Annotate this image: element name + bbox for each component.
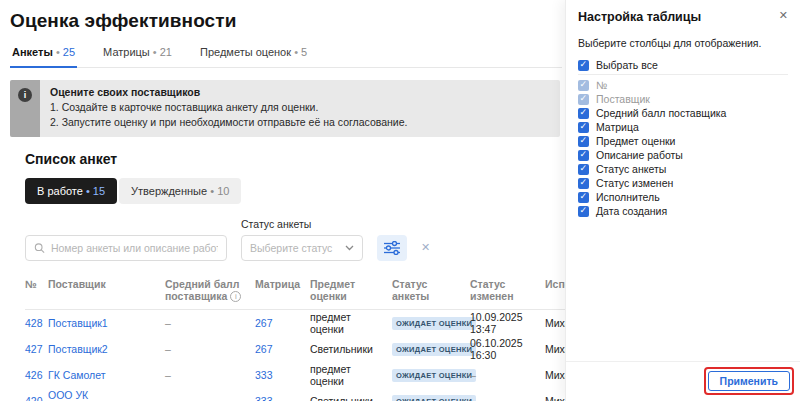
subject-value: Светильники [310, 395, 392, 401]
status-changed-value: 10.09.2025 13:47 [470, 311, 545, 335]
anketa-number-link[interactable]: 427 [25, 343, 48, 355]
tab-label: Предметы оценок [200, 46, 291, 58]
checkbox-label: Дата создания [596, 205, 667, 217]
info-banner-strip: i [10, 80, 40, 137]
checkbox-avg-score[interactable]: Средний балл поставщика [578, 106, 788, 120]
avg-score-value: – [165, 317, 255, 329]
supplier-link[interactable]: Поставщик2 [48, 343, 165, 355]
checkbox-work-description[interactable]: Описание работы [578, 148, 788, 162]
segment-count: 15 [86, 185, 105, 197]
table-header-row: № Поставщик Средний балл поставщикаi Мат… [25, 278, 655, 310]
anketa-number-link[interactable]: 426 [25, 369, 48, 381]
tab-matricy[interactable]: Матрицы 21 [101, 46, 174, 67]
status-cell: ОЖИДАЕТ ОЦЕНКИ [392, 342, 470, 356]
filter-settings-button[interactable] [377, 235, 407, 261]
sliders-icon [384, 241, 400, 255]
tab-predmety-ocenok[interactable]: Предметы оценок 5 [198, 46, 309, 67]
table-row: 428 Поставщик1 – 267 предмет оценки ОЖИД… [25, 310, 655, 336]
checkbox-num[interactable]: № [578, 78, 788, 92]
checkbox-label: Статус анкеты [596, 163, 666, 175]
segment-approved[interactable]: Утвержденные 10 [119, 178, 241, 204]
status-select[interactable]: Выберите статус [241, 235, 363, 261]
table-row: 427 Поставщик2 – 267 Светильники ОЖИДАЕТ… [25, 336, 655, 362]
checkbox-icon [578, 164, 589, 175]
checkbox-icon [578, 122, 589, 133]
checkbox-matrix[interactable]: Матрица [578, 120, 788, 134]
status-badge: ОЖИДАЕТ ОЦЕНКИ [392, 395, 476, 401]
tab-ankety[interactable]: Анкеты 25 [10, 46, 77, 67]
header-avg-score-label: Средний балл поставщика [165, 278, 239, 302]
checkbox-icon [578, 136, 589, 147]
apply-button[interactable]: Применить [708, 371, 790, 391]
status-badge: ОЖИДАЕТ ОЦЕНКИ [392, 369, 476, 382]
clear-filters-icon[interactable]: ✕ [421, 241, 430, 254]
segment-label: В работе [37, 185, 83, 197]
anketa-table: № Поставщик Средний балл поставщикаi Мат… [25, 278, 655, 401]
search-input[interactable] [51, 242, 218, 254]
checkbox-icon [578, 192, 589, 203]
column-checkbox-list: Выбрать все № Поставщик Средний балл пос… [578, 58, 788, 218]
checkbox-label: Предмет оценки [596, 135, 675, 147]
checkbox-status[interactable]: Статус анкеты [578, 162, 788, 176]
segment-in-work[interactable]: В работе 15 [25, 178, 117, 204]
header-status-changed: Статус изменен [470, 278, 545, 302]
status-changed-value: 06.10.2025 16:30 [470, 337, 545, 361]
checkbox-icon [578, 108, 589, 119]
tab-bar: Анкеты 25 Матрицы 21 Предметы оценок 5 [10, 46, 562, 68]
table-row: 420 ООО УК "АПАРТАМЕНТЫ" – 333 Светильни… [25, 388, 655, 401]
table-row: 426 ГК Самолет – 333 предмет оценки ОЖИД… [25, 362, 655, 388]
matrix-link[interactable]: 333 [255, 369, 310, 381]
tab-count: 5 [294, 46, 307, 58]
checkbox-label: Поставщик [596, 93, 650, 105]
checkbox-creation-date[interactable]: Дата создания [578, 204, 788, 218]
header-avg-score: Средний балл поставщикаi [165, 278, 255, 302]
checkbox-supplier[interactable]: Поставщик [578, 92, 788, 106]
checkbox-subject[interactable]: Предмет оценки [578, 134, 788, 148]
info-tooltip-icon[interactable]: i [230, 291, 241, 302]
close-icon[interactable]: ✕ [779, 9, 788, 22]
subject-value: предмет оценки [310, 363, 392, 387]
checkbox-icon [578, 60, 589, 71]
status-badge: ОЖИДАЕТ ОЦЕНКИ [392, 317, 476, 330]
status-badge: ОЖИДАЕТ ОЦЕНКИ [392, 343, 476, 356]
checkbox-label: Матрица [596, 121, 639, 133]
subject-value: Светильники [310, 343, 392, 355]
checkbox-executor[interactable]: Исполнитель [578, 190, 788, 204]
status-cell: ОЖИДАЕТ ОЦЕНКИ [392, 368, 470, 382]
table-settings-panel: Настройка таблицы ✕ Выберите столбцы для… [565, 0, 800, 401]
segment-count: 10 [210, 185, 229, 197]
checkbox-label: Исполнитель [596, 191, 660, 203]
matrix-link[interactable]: 267 [255, 317, 310, 329]
checkbox-label: Выбрать все [596, 59, 658, 71]
search-box [25, 235, 227, 261]
tab-label: Анкеты [12, 46, 53, 58]
supplier-link[interactable]: ООО УК "АПАРТАМЕНТЫ" [48, 389, 165, 401]
header-supplier: Поставщик [48, 278, 165, 290]
subject-value: предмет оценки [310, 311, 392, 335]
matrix-link[interactable]: 267 [255, 343, 310, 355]
checkbox-status-changed[interactable]: Статус изменен [578, 176, 788, 190]
chevron-down-icon [345, 245, 354, 251]
status-changed-value: – [470, 369, 545, 381]
banner-step-2: 2. Запустите оценку и при необходимости … [50, 115, 407, 130]
checkbox-select-all[interactable]: Выбрать все [578, 58, 788, 72]
checkbox-label: Статус изменен [596, 177, 673, 189]
header-num: № [25, 278, 48, 290]
header-matrix: Матрица [255, 278, 310, 290]
info-icon: i [18, 88, 32, 102]
status-cell: ОЖИДАЕТ ОЦЕНКИ [392, 316, 470, 330]
banner-title: Оцените своих поставщиков [50, 86, 407, 98]
matrix-link[interactable]: 333 [255, 395, 310, 401]
anketa-number-link[interactable]: 428 [25, 317, 48, 329]
checkbox-icon [578, 178, 589, 189]
checkbox-icon [578, 94, 589, 105]
supplier-link[interactable]: ГК Самолет [48, 369, 165, 381]
header-status: Статус анкеты [392, 278, 470, 302]
supplier-link[interactable]: Поставщик1 [48, 317, 165, 329]
tab-label: Матрицы [103, 46, 150, 58]
tab-count: 21 [153, 46, 172, 58]
checkbox-label: № [596, 79, 607, 91]
anketa-number-link[interactable]: 420 [25, 395, 48, 401]
status-changed-value: – [470, 395, 545, 401]
click-highlight-annotation: Применить [704, 367, 794, 395]
